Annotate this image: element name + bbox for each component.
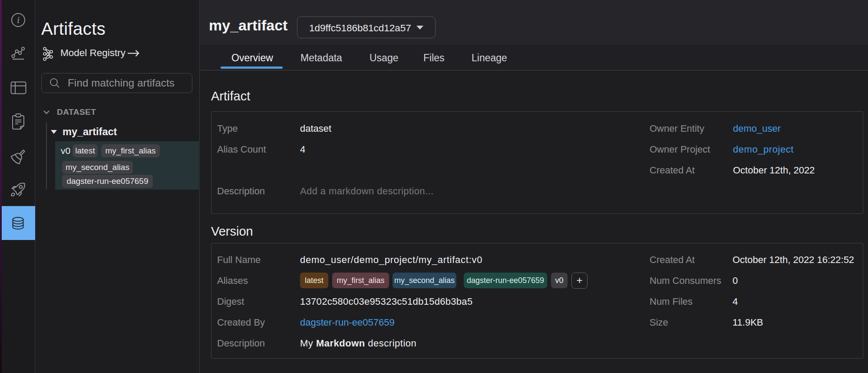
svg-text:i: i xyxy=(17,14,20,25)
